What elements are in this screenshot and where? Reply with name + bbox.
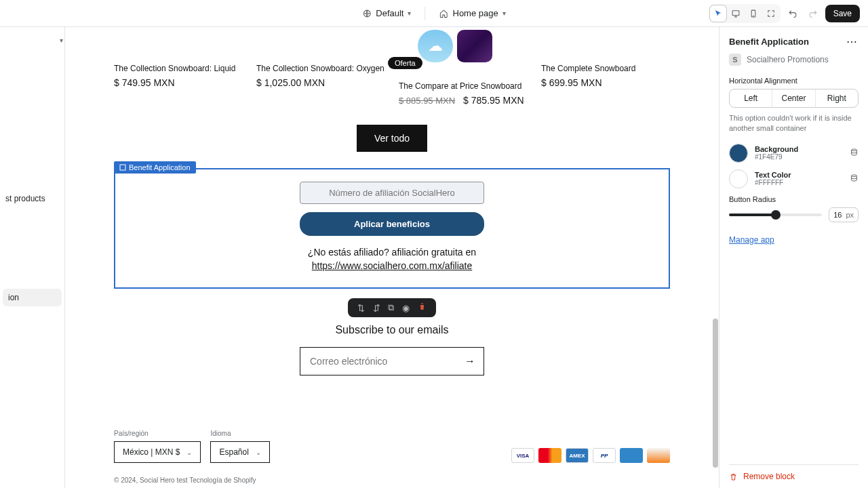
scrollbar[interactable] [712,27,719,488]
email-input[interactable] [300,348,456,375]
trash-icon [729,472,738,481]
home-icon [439,9,448,18]
move-up-icon[interactable]: ⇅ [357,303,365,313]
alignment-segmented: Left Center Right [729,89,859,108]
product-card[interactable]: ☁ Oferta The Compare at Price Snowboard … [399,30,528,106]
product-grid: The Collection Snowboard: Liquid $ 749.9… [114,27,670,106]
svg-point-5 [852,149,857,151]
chevron-down-icon: ⌄ [186,449,192,456]
undo-button[interactable] [785,5,801,22]
color-swatch[interactable] [729,169,748,188]
product-price: $ 885.95 MXN$ 785.95 MXN [399,95,528,106]
text-color-row[interactable]: Text Color #FFFFFF [729,169,859,188]
section-tree: ▾ st products ion [0,27,65,488]
fullscreen-button[interactable] [763,5,779,22]
product-thumb-icon [457,30,492,62]
tree-item-selected[interactable]: ion [3,289,62,306]
svg-point-6 [852,175,857,177]
delete-icon[interactable] [418,302,427,313]
product-title: The Complete Snowboard [541,64,670,73]
language-label: Idioma [210,430,269,437]
svg-rect-1 [732,10,739,15]
sale-badge: Oferta [388,57,422,69]
submit-arrow-icon[interactable]: → [456,355,484,367]
mobile-button[interactable] [745,5,762,22]
panel-title: Benefit Application [729,37,809,47]
view-all-button[interactable]: Ver todo [357,125,427,152]
color-hex: #1F4E79 [755,153,798,161]
svg-point-3 [753,16,753,16]
page-selector[interactable]: Home page ▾ [439,8,505,18]
background-color-row[interactable]: Background #1F4E79 [729,144,859,163]
chevron-down-icon: ▾ [408,9,411,17]
collapse-icon[interactable]: ▾ [60,37,63,44]
product-card[interactable]: The Collection Snowboard: Oxygen $ 1,025… [256,30,385,106]
mastercard-icon [538,448,561,463]
product-card[interactable]: The Collection Snowboard: Liquid $ 749.9… [114,30,243,106]
product-card[interactable]: The Complete Snowboard $ 699.95 MXN [541,30,670,106]
alignment-hint: This option couldn't work if it is insid… [729,113,859,134]
block-icon [119,164,126,171]
cursor-icon [713,9,723,18]
expand-icon [766,9,776,18]
amex-icon: AMEX [566,448,589,463]
more-menu-icon[interactable]: ⋯ [846,35,859,48]
apply-benefits-button[interactable]: Aplicar beneficios [300,212,484,236]
save-button[interactable]: Save [825,5,860,22]
color-hex: #FFFFFF [755,179,791,186]
affiliate-input[interactable] [300,182,484,204]
product-price: $ 1,025.00 MXN [256,77,385,88]
email-signup: → [300,347,484,375]
align-left[interactable]: Left [730,89,772,107]
discover-icon [647,448,670,463]
color-label: Text Color [755,171,791,179]
store-footer: País/región México | MXN $⌄ Idioma Españ… [114,430,670,463]
app-badge: S Socialhero Promotions [729,54,859,66]
country-selector[interactable]: México | MXN $⌄ [114,441,201,463]
newsletter-title: Subscribe to our emails [114,324,670,336]
dynamic-source-icon[interactable] [850,148,859,159]
settings-panel: Benefit Application ⋯ S Socialhero Promo… [719,27,868,488]
radius-label: Button Radius [729,195,859,203]
visa-icon: VISA [511,448,534,463]
affiliate-link[interactable]: https://www.socialhero.com.mx/afiliate [129,260,655,271]
desktop-button[interactable] [728,5,744,22]
compare-price: $ 885.95 MXN [399,96,455,106]
align-center[interactable]: Center [772,89,815,107]
app-icon: S [729,54,741,66]
theme-selector[interactable]: Default ▾ [362,8,411,18]
align-right[interactable]: Right [816,89,858,107]
desktop-icon [731,9,741,18]
inspector-button[interactable] [710,5,726,22]
radius-slider[interactable] [729,214,822,216]
country-label: País/región [114,430,201,437]
block-toolbar: ⇅ ⇵ ⧉ ◉ [348,298,436,317]
manage-app-link[interactable]: Manage app [729,235,774,245]
affiliate-question: ¿No estás afiliado? afiliación gratuita … [129,247,655,258]
move-down-icon[interactable]: ⇵ [373,303,380,313]
radius-input[interactable]: 16px [829,207,859,222]
product-price: $ 749.95 MXN [114,77,243,88]
color-swatch[interactable] [729,144,748,163]
tree-item[interactable]: st products [0,190,64,207]
dynamic-source-icon[interactable] [850,174,859,184]
top-bar: Default ▾ Home page ▾ [0,0,868,27]
language-selector[interactable]: Español⌄ [210,441,269,463]
duplicate-icon[interactable]: ⧉ [388,302,394,313]
product-thumb-icon: ☁ [418,30,453,62]
chevron-down-icon: ▾ [502,9,506,17]
benefit-application-block[interactable]: Aplicar beneficios ¿No estás afiliado? a… [114,168,670,289]
payment-icons: VISA AMEX PP [511,448,670,463]
hide-icon[interactable]: ◉ [402,303,410,313]
mobile-icon [749,9,758,18]
section-tag[interactable]: Benefit Application [114,161,196,174]
redo-button[interactable] [805,5,821,22]
undo-icon [788,9,797,18]
remove-block-button[interactable]: Remove block [729,464,859,481]
page-label: Home page [452,8,498,18]
svg-rect-4 [120,165,125,170]
theme-label: Default [376,8,403,18]
globe-icon [362,9,372,18]
color-label: Background [755,145,798,153]
device-switcher [709,4,781,23]
